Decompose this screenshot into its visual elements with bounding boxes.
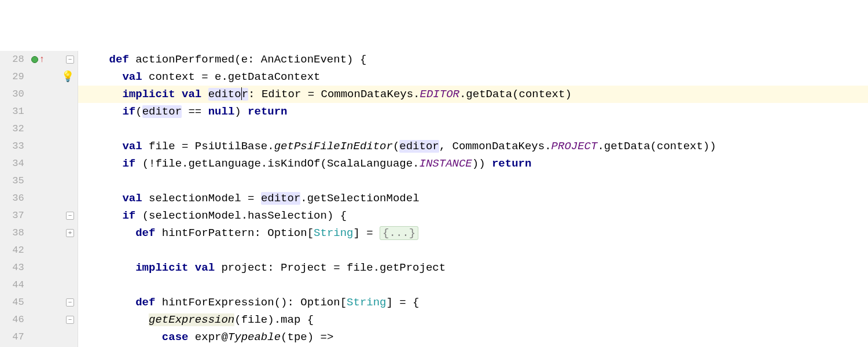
code-content[interactable]: if (selectionModel.hasSelection) { [78, 207, 347, 224]
gutter-icons: + [29, 224, 78, 242]
token: hintForExpression(): Option[ [162, 296, 347, 309]
token: implicit val [122, 88, 208, 101]
gutter: 37− [0, 207, 78, 224]
gutter-icons: − [29, 207, 78, 224]
gutter-icons [29, 86, 78, 103]
code-line-30[interactable]: 30 implicit val editor: Editor = CommonD… [0, 86, 868, 103]
vcs-status-icon[interactable] [31, 56, 38, 63]
gutter-icons: 💡 [29, 68, 78, 86]
fold-collapse-icon[interactable]: − [66, 298, 74, 307]
token: (tpe) => [281, 331, 333, 344]
code-line-29[interactable]: 29💡 val context = e.getDataContext [0, 68, 868, 86]
token: ( [393, 140, 399, 153]
line-number: 33 [0, 138, 29, 155]
code-content[interactable]: val selectionModel = editor.getSelection… [78, 190, 420, 207]
token: : Editor = CommonDataKeys. [248, 88, 420, 101]
code-content[interactable]: if (!file.getLanguage.isKindOf(ScalaLang… [78, 155, 531, 172]
gutter: 47 [0, 328, 78, 346]
token: case [162, 331, 195, 344]
code-editor[interactable]: 28↑− def actionPerformed(e: AnActionEven… [0, 51, 868, 347]
token: if [122, 105, 135, 118]
token: edito [208, 88, 241, 101]
overrides-up-icon[interactable]: ↑ [39, 51, 45, 68]
token: String [347, 296, 386, 309]
folded-region[interactable]: {...} [380, 226, 418, 240]
code-content[interactable]: def actionPerformed(e: AnActionEvent) { [78, 51, 366, 68]
token: val [122, 140, 149, 153]
token: if [122, 157, 142, 170]
code-line-28[interactable]: 28↑− def actionPerformed(e: AnActionEven… [0, 51, 868, 68]
token: project: Project = file.getProject [221, 261, 446, 274]
gutter: 46− [0, 311, 78, 328]
token: editor [261, 192, 300, 205]
code-content[interactable]: val file = PsiUtilBase.getPsiFileInEdito… [78, 138, 716, 155]
code-line-33[interactable]: 33 val file = PsiUtilBase.getPsiFileInEd… [0, 138, 868, 155]
token: return [492, 157, 531, 170]
fold-collapse-icon[interactable]: − [66, 316, 74, 324]
gutter: 30 [0, 86, 78, 103]
code-line-35[interactable]: 35 [0, 172, 868, 190]
line-number: 31 [0, 103, 29, 120]
code-line-42[interactable]: 42 [0, 242, 868, 259]
token: EDITOR [420, 88, 459, 101]
gutter-icons [29, 259, 78, 276]
fold-collapse-icon[interactable]: − [66, 212, 74, 220]
token: getExpression [149, 313, 234, 326]
code-content[interactable]: def hintForExpression(): Option[String] … [78, 294, 420, 311]
code-line-38[interactable]: 38+ def hintForPattern: Option[String] =… [0, 224, 868, 242]
gutter-icons [29, 328, 78, 346]
token: def [135, 227, 162, 239]
line-number: 30 [0, 86, 29, 103]
token: file = PsiUtilBase. [149, 140, 274, 153]
gutter-icons: − [29, 311, 78, 328]
code-line-32[interactable]: 32 [0, 120, 868, 138]
code-line-34[interactable]: 34 if (!file.getLanguage.isKindOf(ScalaL… [0, 155, 868, 172]
code-line-47[interactable]: 47 case expr@Typeable(tpe) => [0, 328, 868, 346]
token: == [182, 105, 208, 118]
line-number: 42 [0, 242, 29, 259]
code-line-36[interactable]: 36 val selectionModel = editor.getSelect… [0, 190, 868, 207]
fold-collapse-icon[interactable]: − [66, 56, 74, 64]
gutter-icons: − [29, 294, 78, 311]
token: expr@ [195, 331, 228, 344]
line-number: 28 [0, 51, 29, 68]
token: .getData(context)) [597, 140, 716, 153]
code-content[interactable]: case expr@Typeable(tpe) => [78, 328, 333, 346]
token: )) [472, 157, 492, 170]
gutter: 31 [0, 103, 78, 120]
code-content[interactable]: val context = e.getDataContext [78, 68, 320, 86]
line-number: 46 [0, 311, 29, 328]
token: .getSelectionModel [300, 192, 419, 205]
gutter: 42 [0, 242, 78, 259]
token: ) [234, 105, 248, 118]
fold-expand-icon[interactable]: + [66, 229, 74, 237]
token: def [135, 296, 162, 309]
intention-bulb-icon[interactable]: 💡 [61, 68, 74, 86]
token: getPsiFileInEditor [274, 140, 393, 153]
gutter-icons [29, 242, 78, 259]
gutter-icons [29, 276, 78, 294]
code-content[interactable]: getExpression(file).map { [78, 311, 314, 328]
code-line-31[interactable]: 31 if(editor == null) return [0, 103, 868, 120]
code-line-45[interactable]: 45− def hintForExpression(): Option[Stri… [0, 294, 868, 311]
code-content[interactable]: if(editor == null) return [78, 103, 288, 120]
gutter: 44 [0, 276, 78, 294]
token: .getData(context) [459, 88, 572, 101]
code-line-37[interactable]: 37− if (selectionModel.hasSelection) { [0, 207, 868, 224]
code-content[interactable]: implicit val editor: Editor = CommonData… [78, 86, 572, 103]
code-content[interactable]: implicit val project: Project = file.get… [78, 259, 446, 276]
token: PROJECT [551, 140, 598, 153]
code-line-43[interactable]: 43 implicit val project: Project = file.… [0, 259, 868, 276]
gutter: 33 [0, 138, 78, 155]
code-line-46[interactable]: 46− getExpression(file).map { [0, 311, 868, 328]
line-number: 29 [0, 68, 29, 86]
token: ] = [354, 227, 380, 239]
line-number: 44 [0, 276, 29, 294]
code-line-44[interactable]: 44 [0, 276, 868, 294]
token: return [248, 105, 287, 118]
gutter: 43 [0, 259, 78, 276]
token: INSTANCE [420, 157, 472, 170]
gutter-icons [29, 190, 78, 207]
gutter-icons [29, 103, 78, 120]
code-content[interactable]: def hintForPattern: Option[String] = {..… [78, 224, 418, 242]
